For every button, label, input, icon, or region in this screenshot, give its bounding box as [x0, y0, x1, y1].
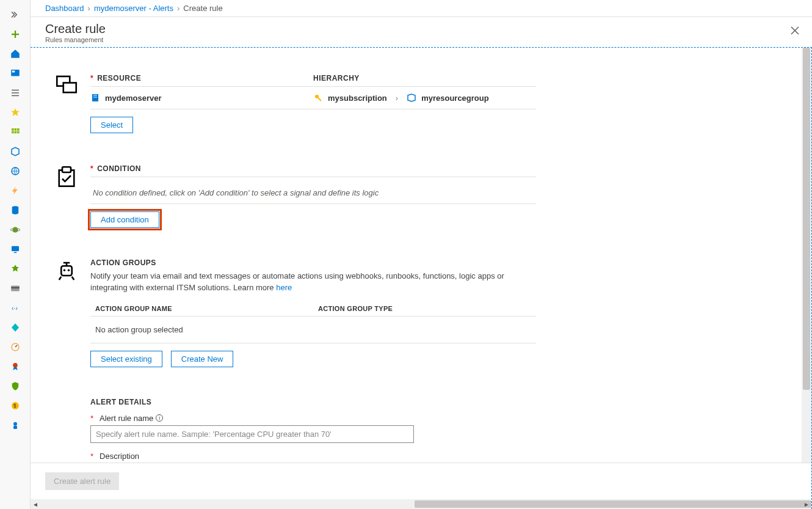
alert-details-section: ALERT DETAILS *Alert rule name i *Descri…	[54, 398, 802, 463]
condition-hint: No condition defined, click on 'Add cond…	[90, 180, 536, 204]
svg-point-18	[13, 363, 18, 368]
blade-footer: Create alert rule	[31, 463, 811, 499]
page-subtitle: Rules management	[45, 36, 797, 43]
learn-more-link[interactable]: here	[276, 283, 292, 292]
chevron-right-icon: ›	[396, 93, 398, 103]
sql-db-icon[interactable]	[0, 200, 31, 220]
scroll-right-icon[interactable]: ►	[802, 499, 811, 509]
action-group-empty: No action group selected	[90, 317, 536, 343]
create-resource-icon[interactable]	[0, 24, 31, 44]
svg-point-10	[13, 227, 18, 233]
svg-rect-15	[11, 287, 20, 288]
svg-rect-5	[12, 131, 14, 134]
blade-header: Create rule Rules management	[31, 17, 812, 47]
dashboard-icon[interactable]	[0, 64, 31, 83]
resource-section: *RESOURCE HIERARCHY mydemoserver mysubsc…	[54, 72, 802, 133]
chevron-right-icon: ›	[177, 4, 179, 13]
alert-rule-name-input[interactable]	[90, 425, 414, 443]
svg-rect-24	[63, 83, 76, 93]
resource-group-name: myresourcegroup	[421, 93, 489, 103]
action-groups-section: ACTION GROUPS Notify your team via email…	[54, 258, 802, 367]
chevron-right-icon: ›	[88, 4, 90, 13]
content-scroll-area: *RESOURCE HIERARCHY mydemoserver mysubsc…	[31, 48, 802, 463]
svg-rect-1	[12, 71, 15, 73]
braces-icon[interactable]: ‹·›	[0, 298, 31, 318]
breadcrumb-dashboard[interactable]: Dashboard	[45, 4, 84, 13]
svg-rect-7	[17, 131, 20, 134]
select-resource-button[interactable]: Select	[90, 117, 133, 133]
svg-rect-2	[12, 128, 14, 131]
svg-text:‹·›: ‹·›	[12, 304, 18, 312]
globe-icon[interactable]	[0, 161, 31, 181]
grid-icon[interactable]	[0, 122, 31, 142]
hierarchy-title: HIERARCHY	[313, 74, 360, 82]
svg-point-21	[13, 422, 17, 426]
condition-title: CONDITION	[97, 164, 141, 173]
favorites-icon[interactable]	[0, 103, 31, 122]
resource-name: mydemoserver	[105, 93, 162, 103]
condition-icon	[54, 164, 90, 228]
server-icon	[90, 93, 100, 103]
svg-rect-27	[62, 167, 71, 172]
resource-group-icon	[407, 93, 416, 103]
breadcrumb: Dashboard › mydemoserver - Alerts › Crea…	[31, 0, 812, 17]
svg-rect-22	[13, 426, 17, 429]
page-title: Create rule	[45, 22, 797, 36]
resource-title: RESOURCE	[97, 74, 141, 82]
support-icon[interactable]	[0, 416, 31, 435]
diamond-icon[interactable]	[0, 318, 31, 337]
all-resources-icon[interactable]	[0, 83, 31, 103]
add-condition-button[interactable]: Add condition	[90, 211, 159, 228]
svg-rect-4	[17, 128, 20, 131]
description-label: Description	[100, 452, 139, 461]
vertical-scrollbar[interactable]	[802, 48, 811, 463]
cost-icon[interactable]: $	[0, 396, 31, 416]
svg-rect-3	[15, 128, 17, 131]
svg-text:$: $	[13, 403, 16, 409]
subscription-name: mysubscription	[328, 93, 387, 103]
card-icon[interactable]	[0, 279, 31, 298]
home-icon[interactable]	[0, 44, 31, 64]
alert-details-title: ALERT DETAILS	[90, 398, 536, 406]
action-group-col-name: ACTION GROUP NAME	[90, 305, 313, 312]
svg-rect-6	[15, 131, 17, 134]
svg-rect-28	[61, 266, 72, 276]
shield-icon[interactable]	[0, 376, 31, 396]
alert-rule-name-label: Alert rule name	[100, 414, 153, 423]
resource-icon	[54, 72, 90, 133]
select-existing-action-group-button[interactable]: Select existing	[90, 351, 162, 367]
key-icon	[313, 93, 323, 103]
condition-section: *CONDITION No condition defined, click o…	[54, 164, 802, 228]
create-new-action-group-button[interactable]: Create New	[171, 351, 234, 367]
lightning-icon[interactable]	[0, 181, 31, 200]
service-icon[interactable]	[0, 259, 31, 279]
action-groups-title: ACTION GROUPS	[90, 258, 536, 267]
cube-icon[interactable]	[0, 142, 31, 161]
info-icon[interactable]: i	[156, 414, 163, 422]
breadcrumb-current: Create rule	[183, 4, 222, 13]
svg-point-29	[63, 269, 66, 272]
horizontal-scrollbar[interactable]: ◄ ►	[31, 499, 811, 509]
close-blade-button[interactable]	[789, 24, 801, 37]
action-groups-description: Notify your team via email and text mess…	[90, 271, 536, 294]
breadcrumb-alerts[interactable]: mydemoserver - Alerts	[94, 4, 173, 13]
ribbon-icon[interactable]	[0, 357, 31, 376]
svg-rect-12	[12, 246, 19, 251]
svg-point-30	[68, 269, 70, 272]
svg-rect-13	[14, 252, 17, 254]
gauge-icon[interactable]	[0, 337, 31, 357]
monitor-icon[interactable]	[0, 240, 31, 259]
planet-icon[interactable]	[0, 220, 31, 240]
action-groups-icon	[54, 258, 90, 367]
create-alert-rule-button[interactable]: Create alert rule	[45, 472, 119, 490]
expand-nav-icon[interactable]	[0, 5, 31, 24]
scroll-left-icon[interactable]: ◄	[31, 499, 40, 509]
left-nav-sidebar: ‹·› $	[0, 0, 31, 509]
action-group-col-type: ACTION GROUP TYPE	[313, 305, 536, 312]
